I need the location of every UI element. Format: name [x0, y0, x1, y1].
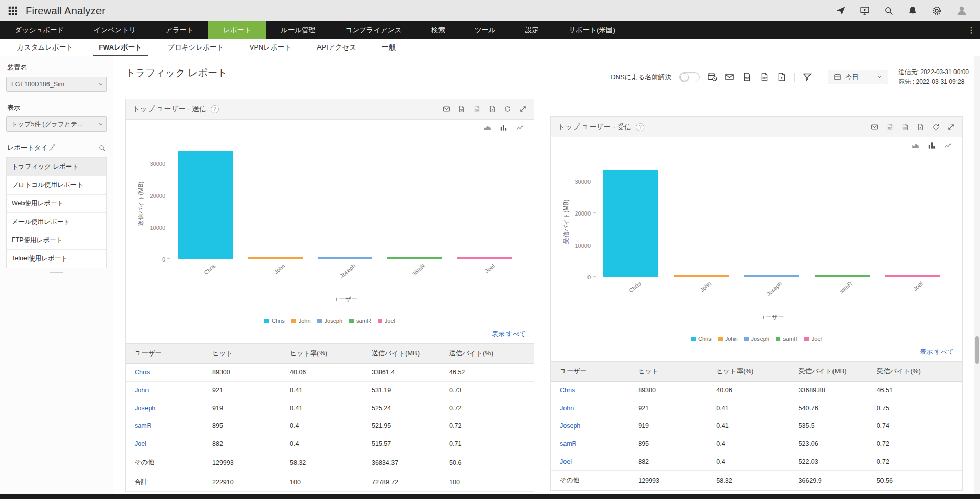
line-chart-icon[interactable]	[943, 141, 953, 150]
legend-item[interactable]: Joseph	[317, 318, 342, 324]
report-type-item[interactable]: Web使用レポート	[7, 195, 106, 213]
bar-joel[interactable]	[885, 275, 940, 277]
bar-chris[interactable]	[603, 170, 658, 277]
pdf-export-icon[interactable]: PDF	[742, 72, 752, 82]
user-link[interactable]: samR	[135, 422, 152, 430]
top-users-received-table: ユーザーヒットヒット率(%)受信バイト(MB)受信バイト(%)Chris8930…	[551, 361, 962, 490]
user-link[interactable]: John	[560, 405, 574, 412]
area-chart-icon[interactable]	[911, 141, 920, 150]
report-type-item[interactable]: メール使用レポート	[7, 213, 106, 231]
nav-item[interactable]: 設定	[510, 21, 554, 39]
settings-gear-icon[interactable]	[932, 6, 942, 16]
panel-header: トップ ユーザー - 受信 ? PDF CSV X	[551, 117, 962, 137]
report-type-item[interactable]: FTP使用レポート	[7, 231, 106, 250]
excel-export-icon[interactable]: X	[488, 105, 496, 113]
panel-actions: PDF CSV X	[443, 105, 527, 113]
csv-export-icon[interactable]: CSV	[901, 123, 909, 131]
display-select[interactable]: トップ5件 (グラフとテ...	[6, 116, 107, 132]
area-chart-icon[interactable]	[482, 124, 492, 132]
notifications-icon[interactable]	[908, 6, 918, 16]
legend-item[interactable]: Chris	[691, 336, 712, 342]
user-link[interactable]: samR	[560, 440, 577, 447]
nav-item[interactable]: ツール	[460, 21, 510, 39]
list-scroll-handle[interactable]	[50, 272, 63, 273]
show-all-link[interactable]: 表示 すべて	[492, 330, 526, 338]
nav-item[interactable]: ルール管理	[266, 21, 330, 39]
bar-chart-icon[interactable]	[499, 124, 508, 132]
nav-item[interactable]: コンプライアンス	[330, 21, 416, 39]
video-tutorial-icon[interactable]	[860, 6, 870, 16]
nav-item[interactable]: サポート(米国)	[554, 21, 630, 39]
excel-export-icon[interactable]: X	[917, 123, 924, 131]
user-link[interactable]: Joel	[135, 440, 146, 447]
share-icon[interactable]	[836, 6, 846, 16]
nav-item[interactable]: 検索	[416, 21, 460, 39]
legend-item[interactable]: Joel	[804, 336, 822, 342]
dns-resolve-toggle[interactable]	[679, 72, 700, 82]
bar-chart-icon[interactable]	[927, 141, 937, 150]
subnav-tab[interactable]: 一般	[369, 39, 408, 56]
bar-chris[interactable]	[178, 151, 233, 259]
schedule-icon[interactable]	[707, 72, 717, 82]
user-link[interactable]: Chris	[135, 369, 150, 376]
subnav-tab[interactable]: VPNレポート	[236, 39, 304, 56]
csv-export-icon[interactable]: CSV	[473, 105, 481, 113]
csv-export-icon[interactable]: CSV	[760, 72, 769, 82]
user-link[interactable]: Joel	[560, 458, 572, 465]
scrollbar-thumb[interactable]	[975, 336, 979, 364]
apps-grid-icon[interactable]	[7, 5, 18, 16]
vertical-scrollbar[interactable]	[974, 56, 980, 494]
user-link[interactable]: Chris	[560, 387, 575, 394]
subnav-tab[interactable]: カスタムレポート	[4, 39, 86, 56]
expand-icon[interactable]	[519, 105, 527, 113]
bar-samr[interactable]	[387, 257, 442, 259]
user-link[interactable]: Joseph	[135, 405, 155, 412]
horizontal-scrollbar[interactable]	[0, 494, 980, 499]
nav-item[interactable]: ダッシュボード	[0, 21, 79, 39]
user-link[interactable]: Joseph	[560, 422, 580, 430]
bar-joseph[interactable]	[318, 257, 373, 259]
help-icon[interactable]: ?	[211, 105, 219, 113]
pdf-export-icon[interactable]: PDF	[458, 105, 465, 113]
report-type-item-active[interactable]: トラフィック レポート	[7, 158, 106, 176]
help-icon[interactable]: ?	[636, 123, 644, 131]
legend-item[interactable]: John	[718, 336, 738, 342]
search-icon[interactable]	[884, 6, 894, 16]
legend-item[interactable]: samR	[776, 336, 798, 342]
pdf-export-icon[interactable]: PDF	[886, 123, 894, 131]
subnav-tab-active[interactable]: FWAレポート	[86, 39, 155, 56]
expand-icon[interactable]	[947, 123, 955, 131]
period-select[interactable]: 今日	[828, 70, 888, 84]
legend-item[interactable]: samR	[349, 318, 371, 324]
filter-icon[interactable]	[802, 72, 812, 82]
subnav-tab[interactable]: プロキシレポート	[155, 39, 236, 56]
excel-export-icon[interactable]: X	[777, 72, 787, 82]
bar-joseph[interactable]	[744, 275, 799, 277]
refresh-icon[interactable]	[932, 123, 940, 131]
legend-item[interactable]: Joseph	[744, 336, 769, 342]
show-all-link[interactable]: 表示 すべて	[920, 348, 954, 355]
refresh-icon[interactable]	[504, 105, 511, 113]
report-type-item[interactable]: Telnet使用レポート	[7, 250, 106, 268]
report-type-item[interactable]: プロトコル使用レポート	[7, 176, 106, 195]
report-search-icon[interactable]	[98, 144, 106, 152]
email-icon[interactable]	[871, 123, 878, 131]
nav-item[interactable]: インベントリ	[79, 21, 151, 39]
line-chart-icon[interactable]	[515, 124, 525, 132]
legend-item[interactable]: Chris	[264, 318, 285, 324]
bar-samr[interactable]	[815, 275, 870, 277]
bar-joel[interactable]	[457, 257, 512, 259]
nav-item-active[interactable]: レポート	[208, 21, 266, 39]
user-link[interactable]: John	[135, 387, 149, 394]
email-icon[interactable]	[443, 105, 450, 113]
user-avatar-icon[interactable]	[955, 5, 968, 17]
subnav-tab[interactable]: APIアクセス	[304, 39, 369, 56]
legend-item[interactable]: Joel	[378, 318, 395, 324]
device-select[interactable]: FGT100D186_Sim	[6, 77, 107, 92]
more-menu-icon[interactable]	[963, 21, 980, 39]
legend-item[interactable]: John	[291, 318, 311, 324]
email-icon[interactable]	[725, 72, 734, 82]
bar-john[interactable]	[248, 257, 303, 259]
bar-john[interactable]	[674, 275, 729, 277]
nav-item[interactable]: アラート	[151, 21, 208, 39]
